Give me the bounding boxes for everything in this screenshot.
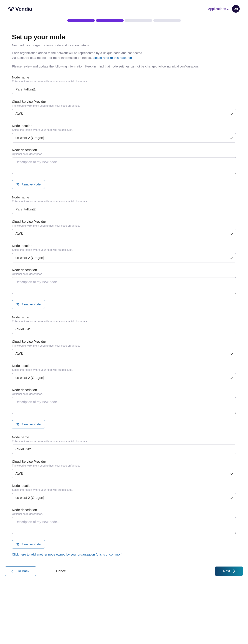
add-node-link[interactable]: Click here to add another node owned by … bbox=[12, 553, 123, 556]
brand-logo: Vendia bbox=[8, 6, 32, 12]
remove-node-label: Remove Node bbox=[22, 183, 41, 186]
location-select[interactable]: us-west-2 (Oregon) bbox=[12, 133, 236, 142]
csp-select[interactable]: AWS bbox=[12, 469, 236, 478]
location-label: Node location bbox=[12, 124, 236, 128]
location-label: Node location bbox=[12, 244, 236, 248]
csp-hint: The cloud environment used to host your … bbox=[12, 464, 236, 467]
csp-label: Cloud Service Provider bbox=[12, 100, 236, 104]
node-name-label: Node name bbox=[12, 76, 236, 79]
progress-step-1 bbox=[67, 19, 95, 22]
page-subtitle: Next, add your organization's node and l… bbox=[12, 44, 236, 47]
location-select[interactable]: us-west-2 (Oregon) bbox=[12, 493, 236, 502]
csp-label: Cloud Service Provider bbox=[12, 460, 236, 464]
applications-menu[interactable]: Applications bbox=[208, 7, 229, 11]
next-button[interactable]: Next bbox=[215, 566, 243, 576]
node-name-hint: Enter a unique node name without spaces … bbox=[12, 320, 236, 323]
wizard-footer: Go Back Cancel Next bbox=[0, 566, 248, 576]
go-back-button[interactable]: Go Back bbox=[5, 566, 36, 576]
applications-label: Applications bbox=[208, 7, 226, 11]
vendia-logo-icon bbox=[8, 6, 14, 12]
chevron-left-icon bbox=[11, 570, 15, 573]
user-avatar[interactable]: DH bbox=[232, 5, 240, 13]
location-label: Node location bbox=[12, 484, 236, 488]
location-label: Node location bbox=[12, 364, 236, 368]
avatar-initials: DH bbox=[234, 7, 238, 11]
csp-select[interactable]: AWS bbox=[12, 349, 236, 358]
description-textarea[interactable] bbox=[12, 517, 236, 534]
docs-link[interactable]: please refer to this resource bbox=[93, 56, 132, 60]
location-hint: Select the region where your node will b… bbox=[12, 368, 236, 372]
progress-step-4 bbox=[153, 19, 181, 22]
node-name-input[interactable] bbox=[12, 204, 236, 214]
trash-icon bbox=[16, 182, 20, 186]
csp-hint: The cloud environment used to host your … bbox=[12, 224, 236, 227]
brand-name: Vendia bbox=[15, 6, 32, 12]
location-hint: Select the region where your node will b… bbox=[12, 128, 236, 132]
description-hint: Optional node description. bbox=[12, 153, 236, 156]
description-textarea[interactable] bbox=[12, 277, 236, 294]
cancel-link[interactable]: Cancel bbox=[56, 569, 67, 573]
node-name-input[interactable] bbox=[12, 444, 236, 454]
progress-step-3 bbox=[125, 19, 152, 22]
description-hint: Optional node description. bbox=[12, 512, 236, 516]
description-textarea[interactable] bbox=[12, 157, 236, 174]
intro-paragraph: Each organization added to the network w… bbox=[12, 50, 236, 60]
trash-icon bbox=[16, 422, 20, 426]
remove-node-label: Remove Node bbox=[22, 423, 41, 426]
description-hint: Optional node description. bbox=[12, 272, 236, 276]
description-textarea[interactable] bbox=[12, 397, 236, 414]
node-name-hint: Enter a unique node name without spaces … bbox=[12, 200, 236, 203]
node-block: Node name Enter a unique node name witho… bbox=[12, 316, 236, 429]
next-label: Next bbox=[223, 569, 230, 573]
remove-node-button[interactable]: Remove Node bbox=[12, 420, 45, 429]
node-name-input[interactable] bbox=[12, 324, 236, 334]
csp-select[interactable]: AWS bbox=[12, 109, 236, 118]
node-name-label: Node name bbox=[12, 436, 236, 439]
node-name-input[interactable] bbox=[12, 85, 236, 94]
chevron-right-icon bbox=[232, 570, 235, 573]
description-label: Node description bbox=[12, 508, 236, 512]
description-label: Node description bbox=[12, 268, 236, 272]
description-label: Node description bbox=[12, 388, 236, 392]
remove-node-label: Remove Node bbox=[22, 543, 41, 546]
remove-node-button[interactable]: Remove Node bbox=[12, 300, 45, 309]
csp-hint: The cloud environment used to host your … bbox=[12, 344, 236, 347]
node-block: Node name Enter a unique node name witho… bbox=[12, 196, 236, 309]
node-name-hint: Enter a unique node name without spaces … bbox=[12, 440, 236, 443]
go-back-label: Go Back bbox=[17, 569, 29, 573]
location-select[interactable]: us-west-2 (Oregon) bbox=[12, 253, 236, 262]
node-name-label: Node name bbox=[12, 196, 236, 199]
app-header: Vendia Applications DH bbox=[0, 0, 248, 14]
progress-step-2 bbox=[96, 19, 124, 22]
csp-label: Cloud Service Provider bbox=[12, 340, 236, 344]
trash-icon bbox=[16, 542, 20, 546]
node-block: Node name Enter a unique node name witho… bbox=[12, 436, 236, 549]
review-note: Please review and update the following i… bbox=[12, 64, 236, 69]
page-title: Set up your node bbox=[12, 33, 236, 41]
location-select[interactable]: us-west-2 (Oregon) bbox=[12, 373, 236, 382]
location-hint: Select the region where your node will b… bbox=[12, 248, 236, 252]
location-hint: Select the region where your node will b… bbox=[12, 488, 236, 491]
wizard-progress bbox=[0, 19, 248, 22]
csp-select[interactable]: AWS bbox=[12, 229, 236, 238]
remove-node-button[interactable]: Remove Node bbox=[12, 540, 45, 549]
node-block: Node name Enter a unique node name witho… bbox=[12, 76, 236, 189]
node-name-hint: Enter a unique node name without spaces … bbox=[12, 80, 236, 83]
node-name-label: Node name bbox=[12, 316, 236, 319]
chevron-down-icon bbox=[227, 8, 229, 10]
trash-icon bbox=[16, 302, 20, 306]
description-hint: Optional node description. bbox=[12, 392, 236, 396]
remove-node-button[interactable]: Remove Node bbox=[12, 180, 45, 189]
csp-label: Cloud Service Provider bbox=[12, 220, 236, 224]
remove-node-label: Remove Node bbox=[22, 303, 41, 306]
csp-hint: The cloud environment used to host your … bbox=[12, 104, 236, 107]
description-label: Node description bbox=[12, 148, 236, 152]
